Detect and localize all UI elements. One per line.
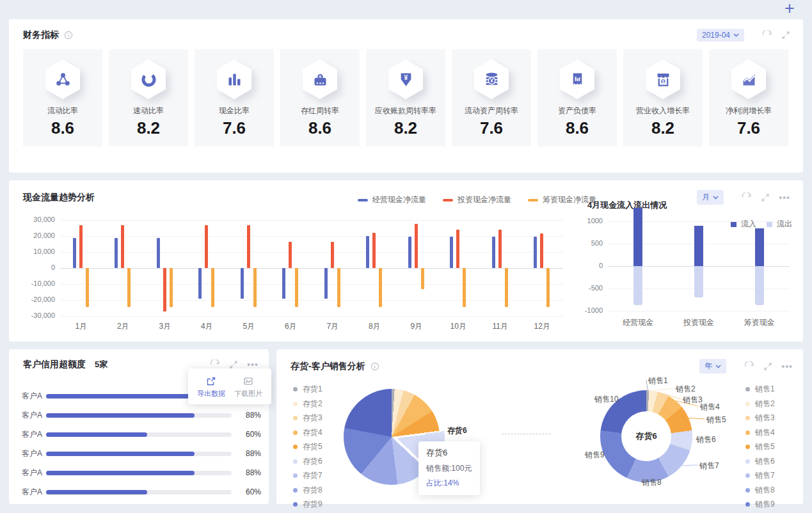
metric-value: 8.2 <box>394 118 417 138</box>
period-filter-dropdown[interactable]: 年 <box>699 359 726 374</box>
投资现金净流量-bar <box>289 242 292 268</box>
legend-label: 销售6 <box>755 456 775 467</box>
legend-marker <box>745 459 750 464</box>
export-data-menu-item[interactable]: 导出数据 <box>193 374 229 399</box>
expand-icon[interactable] <box>781 31 790 40</box>
legend-marker <box>745 387 750 391</box>
legend-item-存货7[interactable]: 存货7 <box>293 470 326 481</box>
legend-item-销售9[interactable]: 销售9 <box>745 499 779 510</box>
credit-row: 客户A60% <box>22 425 261 444</box>
donut-label-销售1: 销售1 <box>648 375 668 386</box>
cashflow-legend: 经营现金净流量投资现金净流量筹资现金净流量 <box>358 194 596 205</box>
legend-item-存货9[interactable]: 存货9 <box>293 499 326 510</box>
经营现金净流量-bar <box>408 237 411 268</box>
x-axis-tick: 10月 <box>443 321 474 332</box>
legend-item-销售3[interactable]: 销售3 <box>745 413 779 423</box>
metric-card: $营业收入增长率8.2 <box>623 49 703 146</box>
pie-donut-connector-line <box>502 434 550 434</box>
legend-item-存货5[interactable]: 存货5 <box>293 441 326 452</box>
投资现金净流量-bar <box>540 233 543 268</box>
metric-card: $存红周转率8.6 <box>280 49 360 146</box>
inventory-legend: 存货1存货2存货3存货4存货5存货6存货7存货8存货9存货10 <box>293 384 326 513</box>
投资现金净流量-bar <box>498 230 502 268</box>
donut-label-销售6: 销售6 <box>696 434 716 445</box>
credit-count: 5家 <box>95 359 107 370</box>
legend-item-销售6[interactable]: 销售6 <box>745 456 779 467</box>
legend-label: 存货2 <box>303 399 322 409</box>
经营现金净流量-bar <box>73 238 76 269</box>
metric-hexagon <box>560 59 594 99</box>
x-axis-tick: 7月 <box>317 321 348 332</box>
经营现金净流量-bar <box>198 268 202 299</box>
legend-item-销售2[interactable]: 销售2 <box>745 399 779 409</box>
legend-item-经营现金净流量[interactable]: 经营现金净流量 <box>358 194 426 205</box>
经营现金净流量-bar <box>324 268 328 299</box>
legend-marker <box>745 473 750 478</box>
x-axis-tick: 3月 <box>150 321 180 332</box>
receipt-icon <box>569 71 586 88</box>
legend-item-销售1[interactable]: 销售1 <box>745 384 779 395</box>
legend-item-存货8[interactable]: 存货8 <box>293 485 326 496</box>
metric-hexagon: $ <box>303 59 337 99</box>
customer-label: 客户A <box>22 429 46 440</box>
add-widget-button[interactable]: + <box>784 0 795 18</box>
经营现金净流量-bar <box>492 237 495 268</box>
credit-bar-track <box>46 432 232 437</box>
finance-indicators-panel: 财务指标 2019-04 流动比率8.6速动比率8.2现金比率7.6$存红周转率… <box>9 19 803 173</box>
ring-icon <box>140 71 157 88</box>
metric-label: 流动比率 <box>47 106 78 116</box>
legend-item-存货4[interactable]: 存货4 <box>293 427 326 438</box>
donut-center-label: 存货6 <box>621 411 671 461</box>
date-filter-dropdown[interactable]: 2019-04 <box>697 29 744 42</box>
gridline <box>60 316 563 317</box>
x-axis-tick: 投资现金 <box>673 317 724 328</box>
legend-label: 存货5 <box>303 441 322 452</box>
more-options-icon[interactable]: ••• <box>781 363 793 370</box>
legend-item-投资现金净流量[interactable]: 投资现金净流量 <box>443 194 511 205</box>
credit-bar-track <box>46 471 232 475</box>
coins-icon: ¥ <box>483 71 500 88</box>
legend-label: 存货6 <box>303 456 322 467</box>
legend-marker <box>293 387 298 391</box>
y-axis-tick: 0 <box>578 262 603 269</box>
legend-label: 销售2 <box>755 399 775 409</box>
流入-bar <box>633 208 642 266</box>
more-options-icon[interactable]: ••• <box>247 361 259 368</box>
筹资现金净流量-bar <box>170 268 173 307</box>
筹资现金净流量-bar <box>253 268 257 307</box>
credit-bar-track <box>46 452 232 456</box>
metric-value: 7.6 <box>480 118 503 138</box>
legend-item-存货2[interactable]: 存货2 <box>293 399 326 409</box>
metric-hexagon: ¥ <box>474 59 509 99</box>
legend-item-存货6[interactable]: 存货6 <box>293 456 326 467</box>
download-image-menu-item[interactable]: 下载图片 <box>230 374 266 399</box>
legend-item-存货1[interactable]: 存货1 <box>293 384 326 395</box>
legend-item-销售5[interactable]: 销售5 <box>745 441 779 452</box>
y-axis-tick: -30,000 <box>19 312 55 319</box>
x-axis-tick: 5月 <box>234 321 264 332</box>
tooltip-amount: 销售额:100元 <box>426 463 472 474</box>
metric-label: 现金比率 <box>219 106 250 116</box>
expand-icon[interactable] <box>763 362 772 371</box>
legend-item-销售8[interactable]: 销售8 <box>745 485 779 496</box>
cashflow-bar-chart: 30,00020,00010,0000-10,000-20,000-30,000… <box>19 211 569 336</box>
legend-marker <box>293 402 298 406</box>
metric-hexagon: $ <box>646 59 680 99</box>
经营现金净流量-bar <box>115 238 118 269</box>
投资现金净流量-bar <box>456 230 459 268</box>
筹资现金净流量-bar <box>86 268 89 307</box>
y-axis-tick: 10,000 <box>19 248 55 255</box>
筹资现金净流量-bar <box>379 268 382 307</box>
inflow-outflow-plot: 10005000-500-1000经营现金投资现金筹资现金 <box>578 200 796 334</box>
legend-label: 存货9 <box>303 499 322 510</box>
chevron-down-icon <box>713 196 719 200</box>
refresh-icon[interactable] <box>762 30 772 40</box>
legend-item-销售4[interactable]: 销售4 <box>745 427 779 438</box>
expand-icon[interactable] <box>229 360 238 369</box>
refresh-icon[interactable] <box>744 361 754 372</box>
metric-hexagon <box>217 59 251 99</box>
credit-panel-header: 客户信用超额度 5家 ••• <box>9 349 269 370</box>
legend-item-存货3[interactable]: 存货3 <box>293 413 326 423</box>
legend-item-销售7[interactable]: 销售7 <box>745 470 779 481</box>
投资现金净流量-bar <box>415 224 418 268</box>
